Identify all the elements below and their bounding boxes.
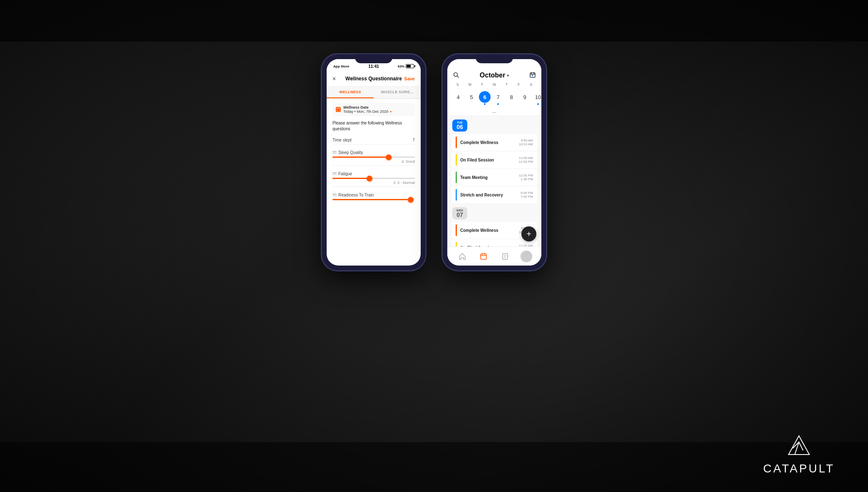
phone-screen-calendar: October ▾ S M T W T F S bbox=[447, 59, 541, 266]
phone-calendar: October ▾ S M T W T F S bbox=[442, 54, 546, 271]
bottom-band bbox=[0, 442, 868, 492]
cal-date-5[interactable]: 5 bbox=[465, 90, 478, 106]
day-badge-tue: TUE 06 bbox=[452, 119, 467, 132]
event-info: Stretch and Recovery bbox=[460, 193, 517, 197]
search-icon[interactable] bbox=[453, 72, 459, 79]
readiness-slider[interactable] bbox=[332, 199, 415, 200]
event-time: 6:00 PM 7:00 PM bbox=[521, 191, 533, 199]
fab-add-button[interactable]: + bbox=[521, 226, 536, 241]
event-time: 12:30 PM 1:30 PM bbox=[519, 174, 533, 181]
day-header-wed: WED 07 bbox=[447, 204, 541, 221]
event-name: Complete Wellness bbox=[460, 140, 516, 145]
nav-profile-icon[interactable] bbox=[521, 251, 532, 262]
calendar-today-icon[interactable] bbox=[530, 72, 536, 79]
slider-fill bbox=[332, 199, 411, 200]
cal-date-10[interactable]: 10 bbox=[531, 90, 541, 106]
readiness-label: Readiness To Train bbox=[332, 193, 374, 197]
nav-calendar-icon[interactable] bbox=[478, 251, 489, 262]
day-header-tue: TUE 06 bbox=[447, 116, 541, 133]
event-complete-wellness-1[interactable]: Complete Wellness 9:50 AM 10:10 AM bbox=[451, 134, 537, 151]
field-readiness: Readiness To Train bbox=[332, 193, 415, 200]
cal-date-6[interactable]: 6 bbox=[478, 90, 491, 106]
status-appstore: App Store bbox=[333, 65, 349, 68]
phone-notch bbox=[355, 54, 392, 63]
slider-thumb[interactable] bbox=[408, 197, 414, 203]
calendar-icon bbox=[336, 107, 341, 112]
sleep-quality-label: Sleep Quality bbox=[332, 150, 363, 155]
event-color-bar bbox=[456, 154, 457, 166]
event-on-filed-session-2[interactable]: On Filed Session 11:00 AM 12:00 PM bbox=[451, 239, 537, 246]
time-slept-label: Time slept bbox=[332, 138, 352, 142]
grip-icon bbox=[332, 151, 337, 154]
date-dot bbox=[537, 103, 539, 105]
weekday-w: W bbox=[488, 82, 500, 87]
fatigue-label: Fatigue bbox=[332, 171, 352, 176]
catapult-logo-icon bbox=[786, 434, 811, 459]
nav-home-icon[interactable] bbox=[456, 251, 468, 262]
cal-date-4[interactable]: 4 bbox=[451, 90, 465, 106]
event-stretch-recovery-1[interactable]: Stretch and Recovery 6:00 PM 7:00 PM bbox=[451, 186, 537, 203]
field-sleep-quality: Sleep Quality 4: Good bbox=[332, 150, 415, 166]
date-dropdown[interactable]: ▾ bbox=[390, 110, 392, 114]
cal-dates-row: 4 5 6 7 8 bbox=[447, 88, 541, 109]
svg-line-4 bbox=[457, 76, 459, 77]
battery-fill bbox=[407, 65, 411, 67]
nav-document-icon[interactable] bbox=[499, 251, 511, 262]
event-time: 11:00 AM 12:00 PM bbox=[519, 156, 533, 164]
divider bbox=[332, 144, 415, 144]
save-button[interactable]: Save bbox=[404, 76, 415, 81]
divider bbox=[332, 186, 415, 187]
wellness-title: Wellness Questionnaire bbox=[345, 76, 402, 82]
sleep-quality-slider[interactable] bbox=[332, 157, 415, 158]
top-band bbox=[0, 0, 868, 42]
day-section-tue: TUE 06 Complete Wellness 9:50 AM 1 bbox=[447, 116, 541, 203]
tab-muscle-soreness[interactable]: MUSCLE SORE... bbox=[374, 87, 421, 98]
phone-screen-wellness: App Store 11:41 63% × Wellness Questionn… bbox=[327, 59, 421, 266]
event-color-bar bbox=[456, 137, 457, 148]
cal-expand-toggle[interactable]: — bbox=[447, 109, 541, 116]
time-slept-value: 7 bbox=[412, 138, 415, 142]
svg-rect-9 bbox=[532, 75, 533, 76]
wellness-body: Wellness Date Today • Mon, 7th Dec 2020 … bbox=[327, 99, 421, 266]
sleep-quality-desc: 4: Good bbox=[332, 159, 415, 164]
catapult-name: CATAPULT bbox=[763, 462, 835, 475]
weekday-t1: T bbox=[476, 82, 488, 87]
event-color-bar bbox=[456, 171, 457, 183]
event-team-meeting[interactable]: Team Meeting 12:30 PM 1:30 PM bbox=[451, 169, 537, 186]
date-number: 7 bbox=[492, 91, 504, 103]
phones-container: App Store 11:41 63% × Wellness Questionn… bbox=[322, 54, 546, 271]
weekday-t2: T bbox=[501, 82, 513, 87]
cal-date-7[interactable]: 7 bbox=[491, 90, 505, 106]
tab-wellness[interactable]: WELLNESS bbox=[327, 87, 374, 98]
wellness-tabs: WELLNESS MUSCLE SORE... bbox=[327, 87, 421, 99]
cal-header: October ▾ bbox=[447, 68, 541, 81]
weekday-s2: S bbox=[525, 82, 537, 87]
grip-icon bbox=[332, 194, 337, 197]
date-dot bbox=[484, 103, 486, 105]
close-button[interactable]: × bbox=[332, 75, 336, 82]
wellness-date-section: Wellness Date Today • Mon, 7th Dec 2020 … bbox=[332, 103, 415, 116]
fatigue-desc: 3: 3 - Normal bbox=[332, 181, 415, 185]
event-name: Team Meeting bbox=[460, 175, 516, 180]
cal-month-title[interactable]: October ▾ bbox=[480, 72, 509, 79]
svg-rect-10 bbox=[481, 254, 486, 259]
battery-icon bbox=[406, 64, 414, 68]
date-number: 9 bbox=[519, 91, 531, 103]
fatigue-slider[interactable] bbox=[332, 178, 415, 179]
divider bbox=[332, 165, 415, 166]
event-info: Complete Wellness bbox=[460, 140, 516, 145]
date-label: Wellness Date bbox=[343, 105, 392, 109]
slider-thumb[interactable] bbox=[367, 176, 372, 181]
event-color-bar bbox=[456, 242, 457, 246]
event-info: Complete Wellness bbox=[460, 228, 516, 233]
grip-icon bbox=[332, 172, 337, 176]
event-info: Team Meeting bbox=[460, 175, 516, 180]
date-value: Today • Mon, 7th Dec 2020 bbox=[343, 109, 388, 114]
cal-date-8[interactable]: 8 bbox=[505, 90, 518, 106]
cal-date-9[interactable]: 9 bbox=[518, 90, 531, 106]
field-fatigue: Fatigue 3: 3 - Normal bbox=[332, 171, 415, 187]
event-on-filed-session-1[interactable]: On Filed Session 11:00 AM 12:00 PM bbox=[451, 152, 537, 168]
svg-rect-0 bbox=[337, 108, 340, 111]
event-info: On Filed Session bbox=[460, 158, 516, 162]
slider-thumb[interactable] bbox=[386, 154, 392, 160]
